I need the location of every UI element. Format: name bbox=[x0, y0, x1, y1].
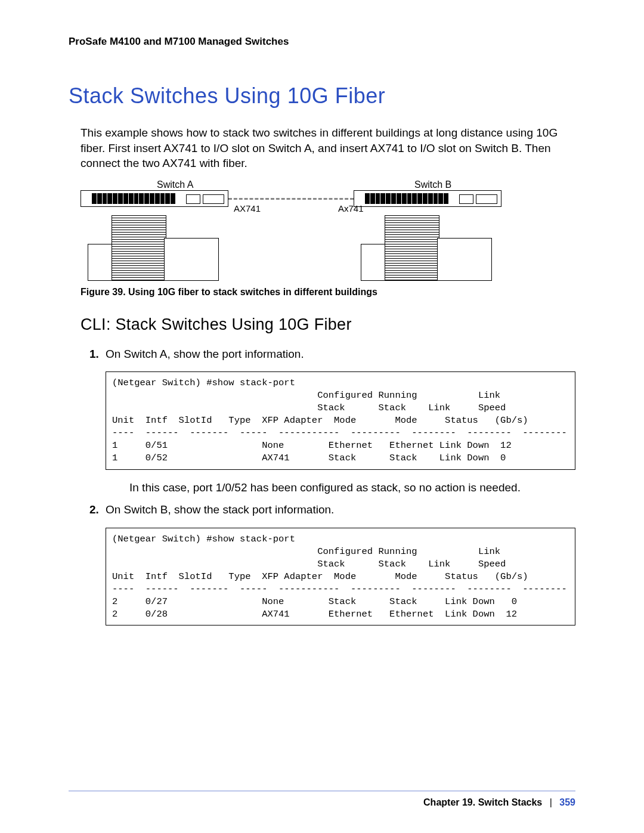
step-1-text: On Switch A, show the port information. bbox=[106, 348, 304, 360]
building-b bbox=[361, 215, 492, 281]
switch-b-slot bbox=[476, 194, 497, 204]
switch-b-slot2 bbox=[459, 194, 473, 204]
ax741-right-label: Ax741 bbox=[338, 203, 364, 213]
ax741-left-label: AX741 bbox=[234, 203, 261, 213]
footer-separator: | bbox=[550, 797, 552, 807]
fiber-link-line bbox=[228, 198, 354, 200]
footer-page-number: 359 bbox=[559, 797, 575, 807]
cli-output-2: (Netgear Switch) #show stack-port Config… bbox=[106, 528, 575, 625]
switch-a-ports bbox=[92, 193, 175, 204]
step-1: On Switch A, show the port information. … bbox=[102, 346, 575, 496]
cli-output-1: (Netgear Switch) #show stack-port Config… bbox=[106, 371, 575, 469]
page-footer: Chapter 19. Switch Stacks | 359 bbox=[69, 791, 575, 808]
switch-b-label: Switch B bbox=[414, 179, 451, 190]
switch-a-label: Switch A bbox=[157, 179, 193, 190]
step-2: On Switch B, show the stack port informa… bbox=[102, 501, 575, 625]
steps-list: On Switch A, show the port information. … bbox=[80, 346, 575, 626]
section-title: Stack Switches Using 10G Fiber bbox=[69, 83, 575, 109]
switch-b-ports bbox=[365, 193, 448, 204]
step-2-text: On Switch B, show the stack port informa… bbox=[106, 503, 334, 516]
figure-caption: Figure 39. Using 10G fiber to stack swit… bbox=[80, 287, 575, 298]
running-head: ProSafe M4100 and M7100 Managed Switches bbox=[69, 36, 575, 48]
figure-diagram: Switch A Switch B AX741 Ax741 bbox=[80, 179, 575, 281]
footer-chapter: Chapter 19. Switch Stacks bbox=[423, 797, 542, 807]
page: ProSafe M4100 and M7100 Managed Switches… bbox=[0, 0, 644, 833]
switch-a-device bbox=[80, 190, 228, 207]
switch-a-slot bbox=[203, 194, 224, 204]
section-intro: This example shows how to stack two swit… bbox=[80, 125, 575, 171]
step-1-after: In this case, port 1/0/52 has been confi… bbox=[129, 479, 575, 496]
switch-a-slot2 bbox=[186, 194, 200, 204]
switch-b-device bbox=[354, 190, 501, 207]
building-a bbox=[88, 215, 219, 281]
subsection-title: CLI: Stack Switches Using 10G Fiber bbox=[80, 315, 575, 334]
